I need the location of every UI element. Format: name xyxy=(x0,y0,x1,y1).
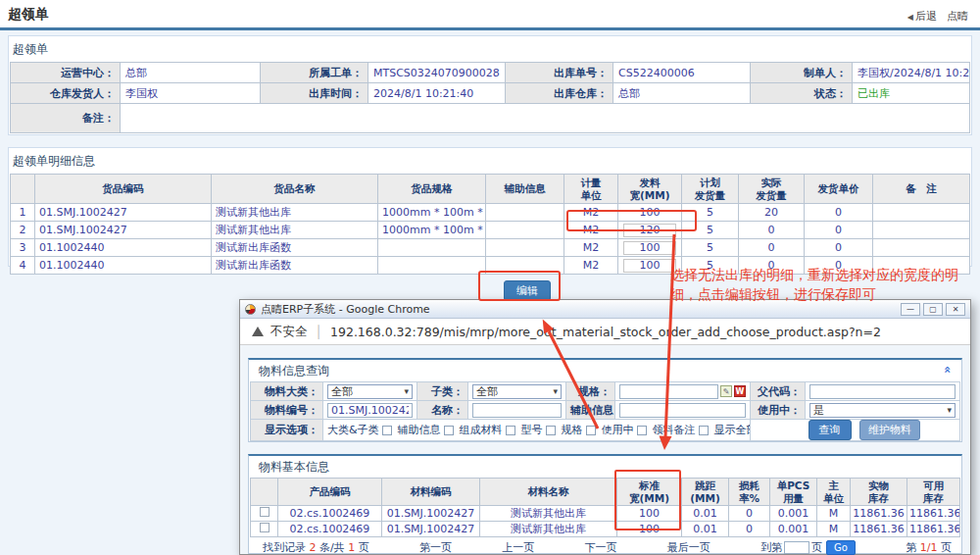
cell-plan-qty: 5 xyxy=(682,204,739,222)
last-page-link[interactable]: 最后一页 xyxy=(667,540,710,555)
cell-plan-qty: 5 xyxy=(682,222,739,239)
search-button[interactable]: 查询 xyxy=(808,420,852,440)
cell-unit: M2 xyxy=(564,257,618,275)
brand-link[interactable]: 点晴 xyxy=(947,10,968,23)
outno-value: CS522400006 xyxy=(613,63,751,83)
page-title: 超领单 xyxy=(8,6,49,24)
first-page-link[interactable]: 第一页 xyxy=(419,540,452,555)
col-plan-qty: 计划 发货量 xyxy=(682,175,739,204)
cell-material-name: 测试新其他出库 xyxy=(480,506,617,522)
goto-page-input[interactable] xyxy=(784,541,809,554)
cell-pitch: 0.01 xyxy=(682,506,729,522)
checkbox[interactable] xyxy=(506,426,515,435)
parent-code-input[interactable] xyxy=(809,384,956,399)
col-select xyxy=(251,479,278,506)
material-code-input[interactable] xyxy=(327,403,413,418)
query-form-table: 物料大类： 全部▾ 子类： 全部▾ 规格： ✎ W 父代码： xyxy=(250,381,960,441)
row-checkbox[interactable] xyxy=(260,507,270,517)
spec-input[interactable] xyxy=(619,384,718,399)
cell-physical-stock: 11861.36 xyxy=(851,506,907,522)
cell-actual-qty: 20 xyxy=(739,204,805,222)
material-results-panel: 物料基本信息 产品编码 材料编码 材料名称 标准 宽(MM) 跳距 (MM) 损… xyxy=(248,454,962,554)
issue-width-input[interactable] xyxy=(623,259,676,273)
prev-page-link[interactable]: 上一页 xyxy=(502,540,534,555)
col-main-unit: 主 单位 xyxy=(817,479,851,506)
checkbox[interactable] xyxy=(637,426,647,435)
cell-unit-price: 0 xyxy=(805,204,873,222)
table-row: 02.cs.1002469 01.SMJ.1002427 测试新其他出库 100… xyxy=(251,522,960,537)
name-input[interactable] xyxy=(472,403,562,418)
cell-plan-qty: 5 xyxy=(682,239,739,257)
back-link[interactable]: 后退 xyxy=(915,10,937,23)
status-label: 状态： xyxy=(751,83,853,104)
table-row: 02.cs.1002469 01.SMJ.1002427 测试新其他出库 100… xyxy=(251,506,960,522)
option-label: 型号 xyxy=(521,423,543,437)
issue-width-input[interactable] xyxy=(623,241,676,255)
issue-width-input[interactable] xyxy=(623,224,676,237)
cell-material-code: 01.SMJ.1002427 xyxy=(382,522,480,537)
checkbox[interactable] xyxy=(444,426,454,435)
cell-main-unit: M xyxy=(817,522,851,537)
spec-editor-icon[interactable]: ✎ xyxy=(720,385,732,397)
detail-section-title: 超领单明细信息 xyxy=(9,148,971,174)
material-code-label: 物料编号： xyxy=(251,401,323,420)
cell-available-stock: 11861.36 xyxy=(907,506,960,522)
checkbox[interactable] xyxy=(699,426,709,435)
col-unit-price: 发货单价 xyxy=(805,175,873,204)
col-actual-qty: 实际 发货量 xyxy=(739,175,805,204)
col-issue-width: 发料 宽(MM) xyxy=(618,175,682,204)
cell-item-name: 测试新出库函数 xyxy=(212,257,378,275)
col-pitch: 跳距 (MM) xyxy=(682,479,729,506)
aux-label: 辅助信息： xyxy=(566,401,615,420)
order-section-title: 超领单 xyxy=(9,36,971,62)
display-options: 大类&子类 辅助信息 组成材料 型号 规格 使用中 领料备注 显示全部物料✓ xyxy=(327,423,746,437)
col-note: 备 注 xyxy=(873,175,970,204)
cell-note xyxy=(873,204,970,222)
category-select[interactable]: 全部▾ xyxy=(327,384,413,399)
query-section-title: 物料信息查询 xyxy=(249,360,961,381)
results-section-title: 物料基本信息 xyxy=(249,456,961,478)
popup-address-bar[interactable]: 不安全 │ 192.168.0.32:789/mis/mrp/more_out_… xyxy=(240,319,970,345)
collapse-icon[interactable]: « xyxy=(941,366,955,374)
cell-rowno: 4 xyxy=(11,257,35,275)
row-checkbox[interactable] xyxy=(260,523,270,532)
material-query-panel: 物料信息查询 « 物料大类： 全部▾ 子类： 全部▾ 规格： ✎ W xyxy=(248,358,962,442)
col-material-code: 材料编码 xyxy=(382,479,480,506)
cell-item-spec xyxy=(378,239,486,257)
cell-physical-stock: 11861.36 xyxy=(851,522,907,537)
checkbox[interactable] xyxy=(586,426,596,435)
cell-item-spec: 1000mm * 100m * 1mm xyxy=(378,222,486,239)
subcategory-select[interactable]: 全部▾ xyxy=(472,384,562,399)
cell-actual-qty: 0 xyxy=(739,239,805,257)
cell-unit-price: 0 xyxy=(805,239,873,257)
table-row: 2 01.SMJ.1002427 测试新其他出库 1000mm * 100m *… xyxy=(11,222,970,239)
remark-label: 备注： xyxy=(11,104,121,133)
next-page-link[interactable]: 下一页 xyxy=(585,540,617,555)
accent-divider xyxy=(0,27,980,30)
cell-per-pcs: 0.001 xyxy=(770,522,817,537)
category-label: 物料大类： xyxy=(251,382,323,401)
cell-item-name: 测试新其他出库 xyxy=(212,222,378,239)
aux-input[interactable] xyxy=(619,403,746,418)
popup-window: 点晴ERP子系统 - Google Chrome — ▢ ✕ 不安全 │ 192… xyxy=(239,299,971,555)
inuse-select[interactable]: 是▾ xyxy=(809,403,956,418)
cell-unit: M2 xyxy=(564,222,618,239)
cell-product-code: 02.cs.1002469 xyxy=(278,506,382,522)
col-per-pcs: 单PCS 用量 xyxy=(770,479,817,506)
results-header-row: 产品编码 材料编码 材料名称 标准 宽(MM) 跳距 (MM) 损耗 率% 单P… xyxy=(251,479,960,506)
edit-button[interactable]: 编辑 xyxy=(504,280,551,301)
shipper-value: 李国权 xyxy=(121,83,261,104)
checkbox[interactable] xyxy=(546,426,556,435)
app-logo-icon xyxy=(245,304,256,315)
cell-std-width: 100 xyxy=(617,522,682,537)
pagination-bar: 找到记录 2 条/共 1 页 第一页 上一页 下一页 最后一页 到第页Go 第 … xyxy=(249,537,961,555)
cell-main-unit: M xyxy=(817,506,851,522)
cell-pitch: 0.01 xyxy=(682,522,729,537)
go-button[interactable]: Go xyxy=(826,540,856,555)
cell-rowno: 1 xyxy=(11,204,35,222)
maintain-material-button[interactable]: 维护物料 xyxy=(859,420,920,440)
checkbox[interactable] xyxy=(382,426,392,435)
results-table: 产品编码 材料编码 材料名称 标准 宽(MM) 跳距 (MM) 损耗 率% 单P… xyxy=(250,478,960,537)
spec-word-icon[interactable]: W xyxy=(734,385,746,397)
detail-panel: 超领单明细信息 货品编码 货品名称 货品规格 辅助信息 计量 单位 发料 宽(M… xyxy=(8,147,972,267)
